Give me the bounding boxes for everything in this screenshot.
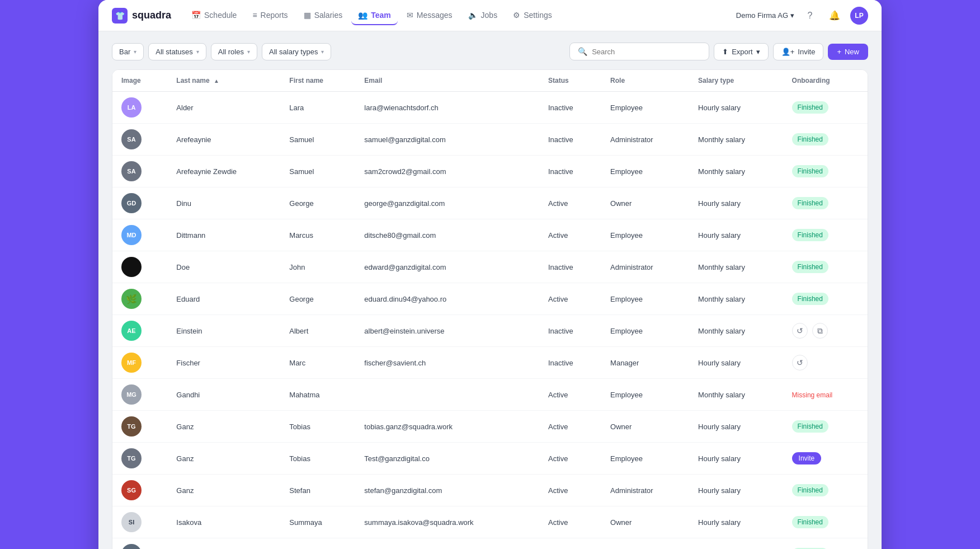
cell-firstname: John [280, 251, 355, 283]
cell-role: Employee [601, 156, 689, 187]
table-row[interactable]: SA Arefeaynie Samuel samuel@ganzdigital.… [112, 124, 868, 156]
salary-type-filter[interactable]: All salary types ▾ [262, 43, 331, 60]
cell-onboarding: Finished [783, 538, 868, 550]
location-filter[interactable]: Bar ▾ [112, 43, 144, 60]
toolbar: Bar ▾ All statuses ▾ All roles ▾ All sal… [112, 43, 868, 60]
status-badge: Finished [792, 420, 828, 433]
cell-image: MD [112, 219, 167, 251]
col-onboarding: Onboarding [783, 70, 868, 92]
table-header-row: Image Last name ▲ First name Email Statu… [112, 70, 868, 92]
cell-lastname: Alder [167, 92, 280, 124]
cell-email: samuel@ganzdigital.com [355, 124, 539, 156]
copy-button[interactable]: ⧉ [812, 323, 828, 339]
export-button[interactable]: ⬆ Export ▾ [714, 43, 769, 60]
table-row[interactable]: MD Dittmann Marcus ditsche80@gmail.com A… [112, 219, 868, 251]
cell-salary-type: Monthly salary [689, 156, 783, 187]
cell-salary-type: Hourly salary [689, 475, 783, 506]
table-row[interactable]: SG Ganz Stefan stefan@ganzdigital.com Ac… [112, 475, 868, 506]
table-row[interactable]: Doe John edward@ganzdigital.com Inactive… [112, 251, 868, 283]
user-avatar[interactable]: LP [850, 7, 868, 25]
cell-lastname: Gandhi [167, 379, 280, 411]
nav-item-settings[interactable]: ⚙ Settings [506, 6, 559, 25]
retry-button[interactable]: ↺ [792, 323, 808, 339]
team-table: Image Last name ▲ First name Email Statu… [112, 69, 868, 549]
search-box[interactable]: 🔍 [569, 43, 709, 60]
logo-area[interactable]: 👕 squadra [112, 8, 171, 24]
avatar: LA [121, 97, 142, 118]
cell-firstname: Stefan [280, 475, 355, 506]
nav-item-team[interactable]: 👥 Team [351, 6, 398, 25]
nav-item-reports[interactable]: ≡ Reports [246, 6, 294, 25]
cell-status: Active [539, 411, 601, 443]
cell-email: albert@einstein.universe [355, 315, 539, 347]
table-row[interactable]: SI Isakova Summaya summaya.isakova@squad… [112, 506, 868, 538]
cell-role: Employee [601, 92, 689, 124]
cell-email: george@ganzdigital.com [355, 187, 539, 219]
cell-status: Active [539, 538, 601, 550]
cell-role: Administrator [601, 251, 689, 283]
cell-image: SI [112, 506, 167, 538]
table-row[interactable]: 🌿 Eduard George eduard.dinu94@yahoo.ro A… [112, 283, 868, 315]
cell-lastname: Fischer [167, 347, 280, 379]
cell-onboarding: ↺ ⧉ [783, 315, 868, 347]
cell-firstname: Albert [280, 315, 355, 347]
cell-lastname: Ganz [167, 475, 280, 506]
table-row[interactable]: LA Alder Lara lara@wienachtsdorf.ch Inac… [112, 92, 868, 124]
cell-role: Administrator [601, 124, 689, 156]
avatar: MF [121, 353, 142, 373]
nav-item-messages[interactable]: ✉ Messages [400, 6, 459, 25]
cell-image: TG [112, 443, 167, 475]
cell-onboarding: Finished [783, 124, 868, 156]
reports-icon: ≡ [252, 11, 257, 20]
cell-role: Employee [601, 379, 689, 411]
salaries-icon: ▦ [304, 11, 311, 20]
invite-button[interactable]: 👤+ Invite [773, 43, 824, 60]
nav-item-schedule[interactable]: 📅 Schedule [185, 6, 243, 25]
company-selector[interactable]: Demo Firma AG ▾ [736, 11, 794, 20]
table-row[interactable]: SA Arefeaynie Zewdie Samuel sam2crowd2@g… [112, 156, 868, 187]
sort-arrow-icon: ▲ [214, 78, 219, 84]
cell-image: SA [112, 124, 167, 156]
status-badge: Finished [792, 197, 828, 209]
role-filter[interactable]: All roles ▾ [211, 43, 257, 60]
cell-lastname: Doe [167, 251, 280, 283]
cell-salary-type: Hourly salary [689, 92, 783, 124]
search-icon: 🔍 [578, 47, 587, 56]
nav-item-salaries[interactable]: ▦ Salaries [297, 6, 350, 25]
invite-badge[interactable]: Invite [792, 452, 822, 464]
table-row[interactable]: GD Dinu George george@ganzdigital.com Ac… [112, 187, 868, 219]
new-button[interactable]: + New [828, 44, 868, 60]
cell-firstname: Tobias [280, 443, 355, 475]
table-row[interactable]: TG Ganz Tobias tobias.ganz@squadra.work … [112, 411, 868, 443]
cell-firstname: Samuel [280, 124, 355, 156]
status-filter[interactable]: All statuses ▾ [148, 43, 206, 60]
cell-salary-type: Hourly salary [689, 506, 783, 538]
avatar: MD [121, 225, 142, 245]
status-badge: Finished [792, 133, 828, 146]
cell-role: Owner [601, 187, 689, 219]
export-label: Export [732, 48, 753, 56]
col-lastname[interactable]: Last name ▲ [167, 70, 280, 92]
cell-image: ST [112, 538, 167, 550]
help-button[interactable]: ? [801, 7, 819, 25]
table-row[interactable]: AE Einstein Albert albert@einstein.unive… [112, 315, 868, 347]
messages-icon: ✉ [407, 11, 413, 20]
onboarding-actions: ↺ [792, 355, 859, 370]
retry-button[interactable]: ↺ [792, 355, 808, 370]
table-row[interactable]: ST Tester Stefanus stefan@triff.app Acti… [112, 538, 868, 550]
cell-status: Inactive [539, 156, 601, 187]
nav-item-jobs[interactable]: 🔈 Jobs [461, 6, 505, 25]
cell-lastname: Einstein [167, 315, 280, 347]
cell-onboarding: Finished [783, 506, 868, 538]
table-row[interactable]: MG Gandhi Mahatma Active Employee Monthl… [112, 379, 868, 411]
cell-firstname: Samuel [280, 156, 355, 187]
notifications-button[interactable]: 🔔 [826, 7, 844, 25]
cell-email: summaya.isakova@squadra.work [355, 506, 539, 538]
cell-firstname: Summaya [280, 506, 355, 538]
cell-lastname: Ganz [167, 443, 280, 475]
table-row[interactable]: TG Ganz Tobias Test@ganzdigital.co Activ… [112, 443, 868, 475]
cell-role: Employee [601, 443, 689, 475]
search-input[interactable] [592, 48, 701, 56]
schedule-icon: 📅 [191, 11, 201, 20]
table-row[interactable]: MF Fischer Marc fischer@savient.ch Inact… [112, 347, 868, 379]
